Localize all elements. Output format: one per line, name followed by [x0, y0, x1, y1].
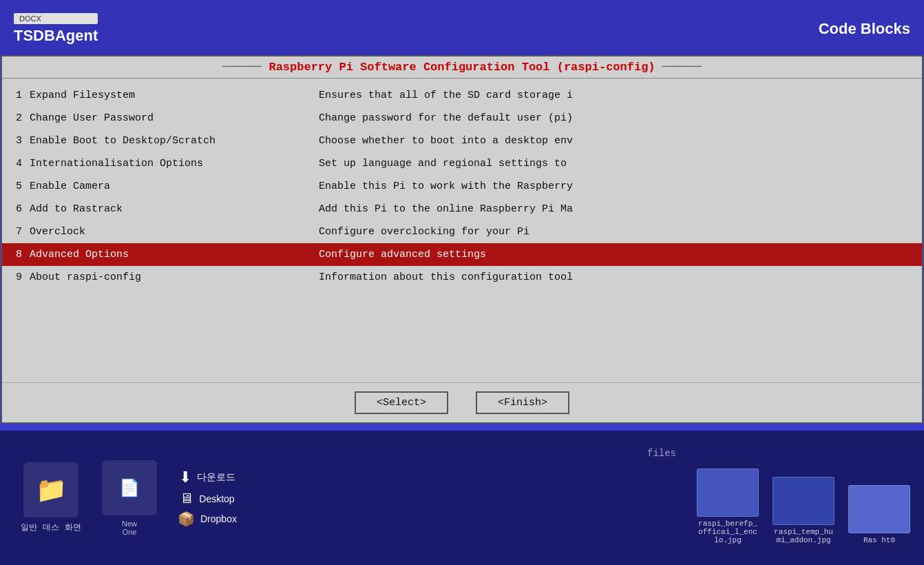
menu-item-4[interactable]: 4Internationalisation OptionsSet up lang… — [2, 152, 922, 175]
menu-item-num-4: 4 — [16, 156, 30, 171]
file-thumb-img-2 — [773, 477, 834, 525]
menu-item-desc-7: Configure overclocking for your Pi — [319, 225, 908, 239]
menu-item-num-1: 1 — [16, 88, 30, 103]
menu-item-num-3: 3 — [16, 134, 30, 148]
new-icon: 📄 — [102, 460, 157, 515]
files-label: files — [647, 448, 676, 459]
download-label: 다운로드 — [197, 471, 235, 484]
label-screen: 화면 — [65, 522, 81, 533]
desktop-label: Desktop — [199, 493, 234, 504]
finish-button[interactable]: <Finish> — [476, 391, 569, 414]
select-button[interactable]: <Select> — [355, 391, 448, 414]
tsdb-label: TSDBAgent — [14, 27, 98, 45]
bottom-labels: 일반 데스 화면 — [21, 522, 81, 533]
menu-item-num-7: 7 — [16, 225, 30, 239]
menu-item-name-2: Change User Password — [30, 111, 319, 125]
menu-item-name-9: About raspi-config — [30, 270, 319, 285]
bottom-right-images: files raspi_berefp_officai_l_enclo.jpg r… — [697, 469, 910, 544]
menu-item-num-8: 8 — [16, 247, 30, 262]
menu-item-name-1: Expand Filesystem — [30, 88, 319, 103]
menu-item-desc-8: Configure advanced settings — [319, 247, 908, 262]
menu-item-num-6: 6 — [16, 202, 30, 216]
menu-item-6[interactable]: 6Add to RastrackAdd this Pi to the onlin… — [2, 198, 922, 220]
download-icon: ⬇ — [179, 469, 191, 486]
dialog-footer: <Select> <Finish> — [2, 382, 922, 422]
desktop-item: 🖥 Desktop — [180, 491, 234, 506]
folder-icon: 📁 — [23, 462, 78, 517]
download-item: ⬇ 다운로드 — [179, 469, 235, 486]
dialog-overlay: ────── Raspberry Pi Software Configurati… — [0, 53, 924, 425]
menu-item-1[interactable]: 1Expand FilesystemEnsures that all of th… — [2, 84, 922, 107]
menu-item-5[interactable]: 5Enable CameraEnable this Pi to work wit… — [2, 175, 922, 198]
menu-item-7[interactable]: 7OverclockConfigure overclocking for you… — [2, 220, 922, 243]
bottom-new-group: 📄 NewOne — [102, 460, 157, 536]
desktop-icon: 🖥 — [180, 491, 193, 506]
bottom-folder-group: 📁 일반 데스 화면 — [21, 462, 81, 533]
menu-item-desc-3: Choose whether to boot into a desktop en… — [319, 134, 908, 148]
menu-list: 1Expand FilesystemEnsures that all of th… — [2, 79, 922, 382]
raspi-config-dialog: ────── Raspberry Pi Software Configurati… — [1, 55, 923, 424]
menu-item-name-4: Internationalisation Options — [30, 156, 319, 171]
menu-item-name-6: Add to Rastrack — [30, 202, 319, 216]
bottom-section: 📁 일반 데스 화면 📄 NewOne ⬇ 다운로드 🖥 Desktop 📦 D… — [0, 431, 924, 565]
file-name-2: raspi_temp_humi_addon.jpg — [773, 528, 834, 544]
menu-item-name-7: Overclock — [30, 225, 319, 239]
top-bar: DOCX TSDBAgent Code Blocks — [0, 0, 924, 57]
menu-item-name-8: Advanced Options — [30, 247, 319, 262]
bottom-download-group[interactable]: ⬇ 다운로드 🖥 Desktop 📦 Dropbox — [178, 469, 237, 527]
codeblocks-label: Code Blocks — [819, 20, 910, 38]
title-dash-right: ────── — [662, 61, 702, 73]
dialog-titlebar: ────── Raspberry Pi Software Configurati… — [2, 56, 922, 79]
menu-item-num-5: 5 — [16, 179, 30, 194]
top-bar-left: DOCX TSDBAgent — [14, 13, 98, 45]
file-thumb-2: raspi_temp_humi_addon.jpg — [773, 477, 834, 544]
dialog-title-text: Raspberry Pi Software Configuration Tool… — [269, 61, 655, 74]
file-thumb-3: Ras ht0 — [848, 485, 910, 544]
menu-item-desc-2: Change password for the default user (pi… — [319, 111, 908, 125]
label-desk: 데스 — [43, 522, 59, 533]
menu-item-2[interactable]: 2Change User PasswordChange password for… — [2, 107, 922, 130]
menu-item-name-5: Enable Camera — [30, 179, 319, 194]
docx-label: DOCX — [14, 13, 98, 24]
dialog-title: ────── Raspberry Pi Software Configurati… — [222, 61, 702, 74]
menu-item-8[interactable]: 8Advanced OptionsConfigure advanced sett… — [2, 243, 922, 266]
file-thumb-img-1 — [697, 469, 759, 517]
menu-item-desc-6: Add this Pi to the online Raspberry Pi M… — [319, 202, 908, 216]
new-label: NewOne — [122, 520, 137, 536]
menu-item-num-9: 9 — [16, 270, 30, 285]
file-thumb-1: raspi_berefp_officai_l_enclo.jpg — [697, 469, 759, 544]
menu-item-num-2: 2 — [16, 111, 30, 125]
menu-item-desc-1: Ensures that all of the SD card storage … — [319, 88, 908, 103]
dropbox-icon: 📦 — [178, 511, 195, 527]
dropbox-item: 📦 Dropbox — [178, 511, 237, 527]
dialog-body: 1Expand FilesystemEnsures that all of th… — [2, 79, 922, 382]
file-thumb-img-3 — [848, 485, 910, 533]
menu-item-9[interactable]: 9About raspi-configInformation about thi… — [2, 266, 922, 289]
dropbox-label: Dropbox — [200, 513, 237, 524]
menu-item-desc-9: Information about this configuration too… — [319, 270, 908, 285]
menu-item-name-3: Enable Boot to Desktop/Scratch — [30, 134, 319, 148]
file-name-3: Ras ht0 — [863, 536, 895, 544]
menu-item-3[interactable]: 3Enable Boot to Desktop/ScratchChoose wh… — [2, 130, 922, 152]
label-iban: 일반 — [21, 522, 37, 533]
file-name-1: raspi_berefp_officai_l_enclo.jpg — [697, 520, 759, 544]
menu-item-desc-4: Set up language and regional settings to — [319, 156, 908, 171]
menu-item-desc-5: Enable this Pi to work with the Raspberr… — [319, 179, 908, 194]
title-dash-left: ────── — [222, 61, 262, 73]
